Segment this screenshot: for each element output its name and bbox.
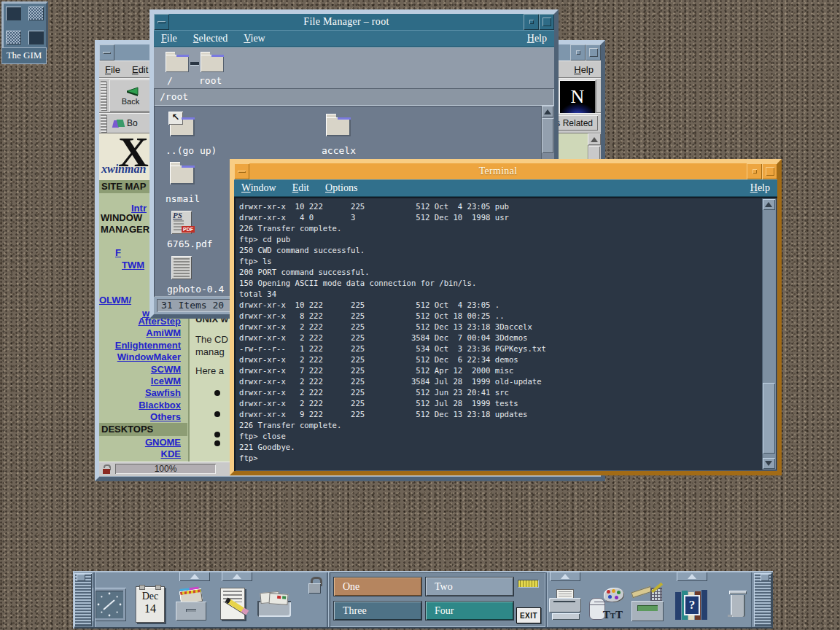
- file-manager-control[interactable]: [172, 584, 210, 625]
- path-field[interactable]: /root: [154, 88, 554, 106]
- sidebar-link[interactable]: Sawfish: [99, 387, 181, 399]
- maximize-button[interactable]: [762, 163, 777, 179]
- toolbar-grip[interactable]: [101, 114, 106, 132]
- sidebar-link[interactable]: Others: [99, 411, 181, 423]
- style-manager-control[interactable]: TTT: [588, 584, 626, 625]
- sidebar-link[interactable]: CDE: [99, 461, 181, 462]
- workspace-button-four[interactable]: Four: [426, 602, 513, 620]
- sidebar-link[interactable]: AmiWM: [99, 327, 181, 339]
- minimize-button[interactable]: [747, 163, 762, 179]
- help-control[interactable]: ?: [672, 584, 710, 625]
- clock-icon: [93, 588, 126, 621]
- sidebar-link[interactable]: F: [115, 247, 121, 258]
- scroll-up-arrow[interactable]: [763, 199, 775, 210]
- menu-item[interactable]: File: [161, 33, 177, 44]
- subpanel-arrow-applications[interactable]: [222, 572, 252, 581]
- subpanel-arrow-printers[interactable]: [550, 572, 580, 581]
- sidebar-link[interactable]: Blackbox: [99, 400, 181, 411]
- root-folder-icon[interactable]: [166, 55, 189, 72]
- window-menu-button[interactable]: [154, 14, 169, 30]
- clock-control[interactable]: [90, 584, 128, 625]
- sidebar-link[interactable]: TWM: [122, 260, 144, 271]
- gimp-minimized-icon[interactable]: The GIM: [1, 1, 47, 66]
- file-item-folder[interactable]: accelx: [326, 117, 413, 136]
- menu-item[interactable]: Selected: [193, 33, 228, 44]
- list-bullet: [214, 411, 220, 417]
- workspace-button-one[interactable]: One: [334, 578, 421, 596]
- terminal-titlebar[interactable]: Terminal: [234, 163, 777, 179]
- window-menu-button[interactable]: [99, 44, 114, 61]
- file-item-go-up[interactable]: ↖ ..(go up): [170, 117, 257, 136]
- menu-item[interactable]: Edit: [132, 64, 148, 75]
- sidebar-link[interactable]: IceWM: [99, 376, 181, 387]
- scroll-down-arrow[interactable]: [763, 458, 775, 469]
- subpanel-arrow-help[interactable]: [677, 572, 707, 581]
- scroll-up-arrow[interactable]: [588, 133, 601, 145]
- menu-help[interactable]: Help: [527, 33, 547, 44]
- maximize-button[interactable]: [586, 44, 601, 61]
- minimize-button[interactable]: [524, 14, 539, 30]
- sidebar-link[interactable]: GNOME: [99, 437, 181, 448]
- sidebar-link[interactable]: OLWM/: [99, 295, 131, 306]
- window-menu-button[interactable]: [234, 163, 249, 179]
- minimize-button[interactable]: [570, 44, 586, 61]
- file-manager-title: File Manager – root: [169, 14, 524, 30]
- text-editor-control[interactable]: [216, 584, 254, 625]
- scroll-up-arrow[interactable]: [542, 106, 553, 117]
- sidebar-link[interactable]: WindowMaker: [99, 351, 181, 363]
- subpanel-arrow-files[interactable]: [179, 572, 210, 581]
- calendar-day: 14: [136, 602, 164, 615]
- mail-control[interactable]: [255, 584, 293, 625]
- terminal-scrollbar[interactable]: [762, 198, 776, 470]
- mail-tray-icon: [257, 592, 291, 617]
- workspace-button-two[interactable]: Two: [426, 578, 513, 596]
- bookmarks-label[interactable]: Bo: [127, 118, 138, 128]
- applications-control[interactable]: [629, 584, 666, 625]
- panel-menu-handle[interactable]: [761, 574, 769, 581]
- security-lock-icon[interactable]: [102, 464, 111, 474]
- text-note-icon: [219, 588, 251, 621]
- panel-divider: [327, 572, 328, 627]
- scroll-thumb[interactable]: [763, 383, 775, 454]
- folder-icon: [326, 117, 351, 136]
- list-bullet: [214, 440, 220, 446]
- maximize-button[interactable]: [539, 14, 554, 30]
- desktop: The GIM FileEditHelp Back Sto N: [0, 0, 840, 630]
- terminal-screen[interactable]: drwxr-xr-x 10 222 225 512 Oct 4 23:05 pu…: [234, 197, 777, 471]
- scroll-thumb[interactable]: [542, 118, 553, 153]
- exit-button[interactable]: EXIT: [516, 607, 541, 623]
- folder-breadcrumb-pane: / root: [154, 47, 554, 88]
- current-folder-icon[interactable]: [201, 55, 224, 72]
- menu-item[interactable]: Edit: [292, 182, 309, 194]
- terminal-output[interactable]: drwxr-xr-x 10 222 225 512 Oct 4 23:05 pu…: [239, 201, 760, 468]
- menu-item[interactable]: File: [105, 64, 120, 75]
- panel-minimize-handle[interactable]: [77, 574, 85, 581]
- text-file-icon: [171, 256, 192, 279]
- sidebar-link[interactable]: Intr: [131, 203, 147, 214]
- panel-divider: [545, 572, 547, 627]
- file-manager-titlebar[interactable]: File Manager – root: [154, 14, 554, 30]
- breadcrumb-root-label: /: [167, 75, 173, 86]
- menu-help[interactable]: Help: [750, 182, 770, 194]
- toolbar-grip[interactable]: [101, 81, 106, 111]
- panel-divider: [751, 572, 752, 627]
- desktop-link-list: GNOMEKDECDE: [99, 437, 181, 462]
- help-books-icon: ?: [675, 589, 707, 620]
- sidebar-link[interactable]: SCWM: [99, 364, 181, 376]
- menu-item[interactable]: View: [244, 33, 265, 44]
- menu-item[interactable]: Window: [241, 182, 276, 194]
- workspace-button-three[interactable]: Three: [334, 602, 421, 620]
- back-arrow-icon: [122, 85, 139, 97]
- sidebar-link[interactable]: KDE: [99, 448, 181, 460]
- page-text-fragment: The CD: [195, 334, 228, 345]
- back-button[interactable]: Back: [109, 79, 152, 112]
- sidebar-link[interactable]: Enlightenment: [99, 340, 181, 351]
- folder-up-icon: ↖: [170, 117, 195, 136]
- netscape-logo[interactable]: N: [559, 79, 596, 114]
- menu-help[interactable]: Help: [574, 64, 594, 75]
- calendar-control[interactable]: Dec 14: [131, 584, 169, 625]
- file-item-label: accelx: [322, 145, 356, 156]
- printer-control[interactable]: [547, 584, 585, 625]
- lock-display-icon[interactable]: [308, 577, 322, 596]
- menu-item[interactable]: Options: [325, 182, 357, 194]
